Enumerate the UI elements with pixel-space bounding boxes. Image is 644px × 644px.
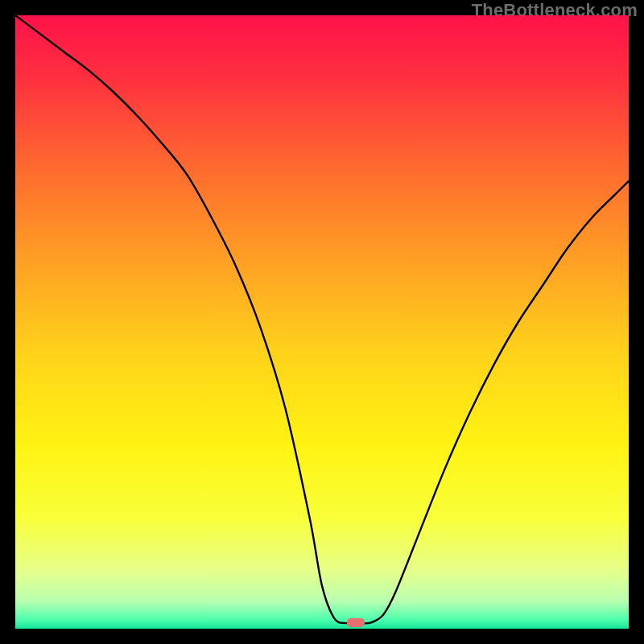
- optimal-marker: [347, 618, 365, 627]
- gradient-background: [15, 15, 629, 629]
- plot-area: [15, 15, 629, 629]
- chart-frame: TheBottleneck.com: [0, 0, 644, 644]
- chart-svg: [15, 15, 629, 629]
